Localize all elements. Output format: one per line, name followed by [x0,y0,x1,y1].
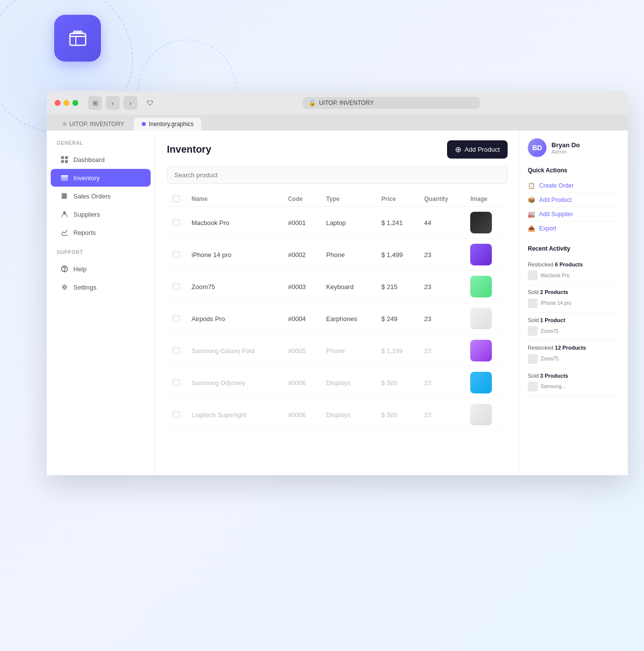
svg-rect-3 [61,160,64,163]
quick-action-export[interactable]: 📤 Export [528,222,620,235]
table-row: Logitech Superlight #0006 Displays $ 500… [167,399,508,431]
avatar: BD [528,138,547,157]
add-product-button[interactable]: ⊕ Add Product [447,140,508,159]
activity-product-row: Zoom75 [528,354,620,364]
svg-rect-2 [65,156,68,159]
product-image-cell [464,367,508,399]
select-all-header [167,192,186,207]
browser-window: ⊞ ‹ › 🛡 🔒 UITOP. INVENTORY UITOP. INVENT… [47,91,628,475]
activity-product-name: Macbook Pro [541,273,570,278]
tab-dot [63,122,66,126]
sidebar-item-sales-orders[interactable]: Sales Orders [51,187,151,205]
row-checkbox-2[interactable] [173,283,180,290]
sidebar-support-label: SUPPORT [47,250,155,260]
activity-item: Restocked 6 Products Macbook Pro [528,257,620,285]
activity-thumb [528,354,538,364]
inventory-table: Name Code Type Price Quantity Image Macb… [167,192,508,431]
sidebar-general-label: GENERAL [47,140,155,151]
product-price-cell: $ 249 [376,303,419,335]
sidebar-item-reports[interactable]: Reports [51,224,151,241]
maximize-button[interactable] [72,100,78,106]
user-name: Bryan Do [551,141,580,149]
back-button[interactable]: ‹ [106,96,120,110]
sidebar-toggle-button[interactable]: ⊞ [88,96,102,110]
product-type-cell: Earphones [321,303,376,335]
product-type-cell: Displays [321,367,376,399]
plus-icon: ⊕ [455,145,461,154]
product-name-cell: Samsung Odyssey [186,367,282,399]
table-row: iPhone 14 pro #0002 Phone $ 1,499 23 [167,239,508,271]
quick-action-label: Add Supplier [539,211,573,218]
select-all-checkbox[interactable] [173,195,180,202]
product-image-2 [470,276,492,297]
product-price-cell: $ 215 [376,271,419,303]
product-image-cell [464,207,508,239]
activity-item: Restocked 12 Products Zoom75 [528,340,620,368]
activity-section: Recent Activity Restocked 6 Products Mac… [528,245,620,396]
product-name-cell: Airpods Pro [186,303,282,335]
tab-dot-active [142,122,146,126]
product-code-cell: #0005 [282,335,321,367]
activity-product-row: Samsung... [528,382,620,391]
activity-product-row: Zoom75 [528,326,620,336]
search-input[interactable] [167,166,508,184]
activity-product-name: Zoom75 [541,356,559,361]
user-role: Admin [551,149,580,155]
table-row: Macbook Pro #0001 Laptop $ 1,241 44 [167,207,508,239]
user-info: BD Bryan Do Admin [528,138,620,157]
product-code-cell: #0006 [282,367,321,399]
activity-thumb [528,270,538,280]
help-icon [61,265,68,273]
minimize-button[interactable] [64,100,69,106]
quick-action-label: Add Product [539,196,572,203]
close-button[interactable] [55,100,61,106]
product-quantity-cell: 23 [419,399,465,431]
sidebar-item-inventory[interactable]: Inventory [51,169,151,187]
quick-action-add-product[interactable]: 📦 Add Product [528,193,620,207]
row-checkbox-0[interactable] [173,219,180,226]
svg-point-14 [64,286,66,289]
quick-action-icon: 📋 [528,182,535,189]
product-image-cell [464,271,508,303]
quick-action-icon: 📦 [528,196,535,203]
sidebar-item-settings[interactable]: Settings [51,278,151,296]
col-name: Name [186,192,282,207]
product-code-cell: #0003 [282,271,321,303]
product-quantity-cell: 23 [419,271,465,303]
activity-item: Sold 1 Product Zoom75 [528,313,620,340]
dashboard-icon [61,156,68,163]
activity-product-row: iPhone 14 pro [528,298,620,308]
activity-item: Sold 2 Products iPhone 14 pro [528,285,620,312]
row-checkbox-1[interactable] [173,251,180,258]
quick-action-add-supplier[interactable]: 🏭 Add Supplier [528,207,620,222]
tab-inventory-graphics[interactable]: Inentory.graphics [134,118,201,130]
tab-uitop-inventory[interactable]: UITOP. INVENTORY [55,118,132,130]
quick-action-create-order[interactable]: 📋 Create Order [528,179,620,193]
quick-actions-list: 📋 Create Order📦 Add Product🏭 Add Supplie… [528,179,620,235]
sidebar-item-suppliers[interactable]: Suppliers [51,205,151,223]
activity-product-name: iPhone 14 pro [541,300,571,306]
product-image-0 [470,212,492,233]
product-quantity-cell: 23 [419,335,465,367]
sidebar-item-help[interactable]: Help [51,260,151,278]
row-checkbox-6[interactable] [173,411,180,418]
product-image-cell [464,239,508,271]
shield-icon: 🛡 [143,96,157,110]
forward-button[interactable]: › [124,96,137,110]
product-price-cell: $ 1,199 [376,335,419,367]
inventory-icon [61,174,68,182]
right-panel: BD Bryan Do Admin Quick Actions 📋 Create… [519,130,628,475]
activity-product-row: Macbook Pro [528,270,620,280]
product-price-cell: $ 1,241 [376,207,419,239]
product-type-cell: Displays [321,399,376,431]
row-checkbox-cell [167,367,186,399]
row-checkbox-5[interactable] [173,379,180,386]
row-checkbox-4[interactable] [173,347,180,354]
suppliers-icon [61,210,68,218]
quick-action-icon: 🏭 [528,211,535,218]
sidebar-item-dashboard[interactable]: Dashboard [51,151,151,168]
row-checkbox-3[interactable] [173,315,180,322]
reports-icon [61,228,68,236]
table-row: Airpods Pro #0004 Earphones $ 249 23 [167,303,508,335]
address-bar[interactable]: 🔒 UITOP. INVENTORY [303,97,480,109]
